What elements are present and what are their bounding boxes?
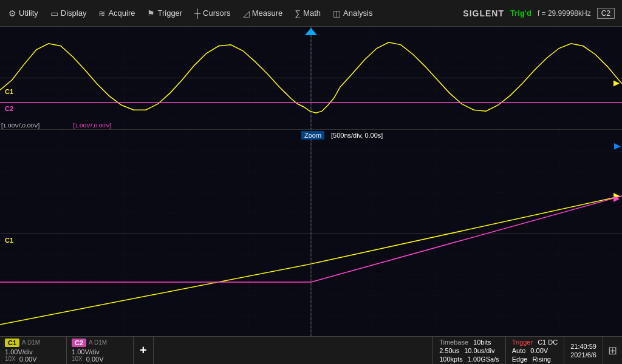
svg-text:[1.00V/,0.00V]: [1.00V/,0.00V] bbox=[73, 122, 112, 129]
ch1-vdiv: 1.00V/div bbox=[5, 348, 33, 356]
right-info: Timebase 10bits 2.50us 10.0us/div 100kpt… bbox=[432, 337, 622, 364]
analysis-icon: ◫ bbox=[333, 8, 341, 18]
status-bar: SIGLENT Trig'd f = 29.99998kHz C2 bbox=[463, 8, 620, 19]
math-icon: ∑ bbox=[295, 8, 301, 18]
display-icon: ▭ bbox=[50, 8, 58, 18]
settings-icon-block[interactable]: ⊞ bbox=[603, 337, 622, 364]
ch2-badge[interactable]: C2 bbox=[72, 339, 86, 347]
timebase-bits: 10bits bbox=[473, 339, 491, 346]
acquire-icon: ≋ bbox=[98, 8, 106, 18]
menu-bar: ⚙ Utility ▭ Display ≋ Acquire ⚑ Trigger … bbox=[0, 0, 622, 27]
settings-icon[interactable]: ⊞ bbox=[608, 344, 617, 357]
zoom-right-arrow: ▶ bbox=[614, 141, 621, 150]
time-block: 21:40:59 2021/6/6 bbox=[564, 337, 603, 364]
svg-text:C1: C1 bbox=[5, 88, 13, 95]
memory-gsa: 1.00GSa/s bbox=[468, 356, 499, 363]
timebase-block: Timebase 10bits 2.50us 10.0us/div 100kpt… bbox=[432, 337, 505, 364]
trig-status: Trig'd bbox=[510, 8, 531, 18]
trigger-label: Trigger bbox=[512, 339, 533, 346]
lower-grid: C1 bbox=[0, 130, 622, 336]
trigger-rising: Rising bbox=[532, 356, 551, 363]
channel-badge: C2 bbox=[597, 8, 615, 19]
memory-kpts: 100kpts bbox=[439, 356, 463, 363]
trigger-source: C1 DC bbox=[538, 339, 558, 346]
menu-trigger[interactable]: ⚑ Trigger bbox=[141, 6, 188, 21]
ch1-offset: 0.00V bbox=[19, 356, 37, 363]
bottom-bar: C1 A D1M 1.00V/div 10X 0.00V C2 A D1M 1.… bbox=[0, 336, 622, 364]
scope-display: C1 C2 [1.00V/,0.00V] [1.00V/,0.00V] Zoom… bbox=[0, 27, 622, 336]
ch2-offset: 0.00V bbox=[86, 356, 104, 363]
menu-utility[interactable]: ⚙ Utility bbox=[2, 6, 44, 21]
freq-display: f = 29.99998kHz bbox=[538, 9, 591, 18]
ch2-section[interactable]: C2 A D1M 1.00V/div 10X 0.00V bbox=[67, 337, 134, 364]
svg-text:C2: C2 bbox=[5, 105, 13, 112]
clock-time: 21:40:59 bbox=[570, 343, 596, 350]
menu-display[interactable]: ▭ Display bbox=[44, 6, 93, 21]
ch1-probe: 10X bbox=[5, 356, 16, 363]
menu-math[interactable]: ∑ Math bbox=[289, 6, 327, 21]
timebase-label: Timebase bbox=[439, 339, 468, 346]
ch2-vdiv: 1.00V/div bbox=[72, 348, 100, 356]
upper-scope: C1 C2 [1.00V/,0.00V] [1.00V/,0.00V] bbox=[0, 27, 622, 130]
cursors-icon: ┼ bbox=[194, 8, 200, 18]
math-cross-icon: + bbox=[140, 343, 147, 357]
trigger-level: 0.00V bbox=[530, 347, 548, 354]
trigger-icon: ⚑ bbox=[147, 8, 155, 18]
menu-cursors[interactable]: ┼ Cursors bbox=[188, 6, 236, 21]
clock-date: 2021/6/6 bbox=[570, 351, 596, 359]
zoom-label: Zoom bbox=[301, 131, 324, 140]
zoom-time: [500ns/div, 0.00s] bbox=[328, 131, 386, 140]
ch1-coupling: A D1M bbox=[22, 339, 40, 346]
brand-name: SIGLENT bbox=[463, 8, 504, 18]
menu-analysis[interactable]: ◫ Analysis bbox=[327, 6, 378, 21]
trigger-mode: Auto bbox=[512, 347, 526, 354]
timebase-val1: 2.50us bbox=[439, 347, 459, 354]
lower-scope: C1 bbox=[0, 130, 622, 336]
timebase-val2: 10.0us/div bbox=[464, 347, 494, 354]
svg-text:C1: C1 bbox=[5, 237, 13, 244]
ch1-section[interactable]: C1 A D1M 1.00V/div 10X 0.00V bbox=[0, 337, 67, 364]
menu-measure[interactable]: ◿ Measure bbox=[237, 6, 289, 21]
trigger-type: Edge bbox=[512, 356, 528, 363]
upper-grid: C1 C2 [1.00V/,0.00V] [1.00V/,0.00V] bbox=[0, 27, 622, 129]
utility-icon: ⚙ bbox=[9, 8, 16, 18]
measure-icon: ◿ bbox=[243, 8, 250, 18]
menu-acquire[interactable]: ≋ Acquire bbox=[92, 6, 141, 21]
svg-text:[1.00V/,0.00V]: [1.00V/,0.00V] bbox=[1, 122, 40, 129]
ch2-probe: 10X bbox=[72, 356, 83, 363]
math-section: + bbox=[134, 337, 154, 364]
trigger-block: Trigger C1 DC Auto 0.00V Edge Rising bbox=[505, 337, 564, 364]
ch1-badge[interactable]: C1 bbox=[5, 339, 19, 347]
ch2-coupling: A D1M bbox=[89, 339, 107, 346]
